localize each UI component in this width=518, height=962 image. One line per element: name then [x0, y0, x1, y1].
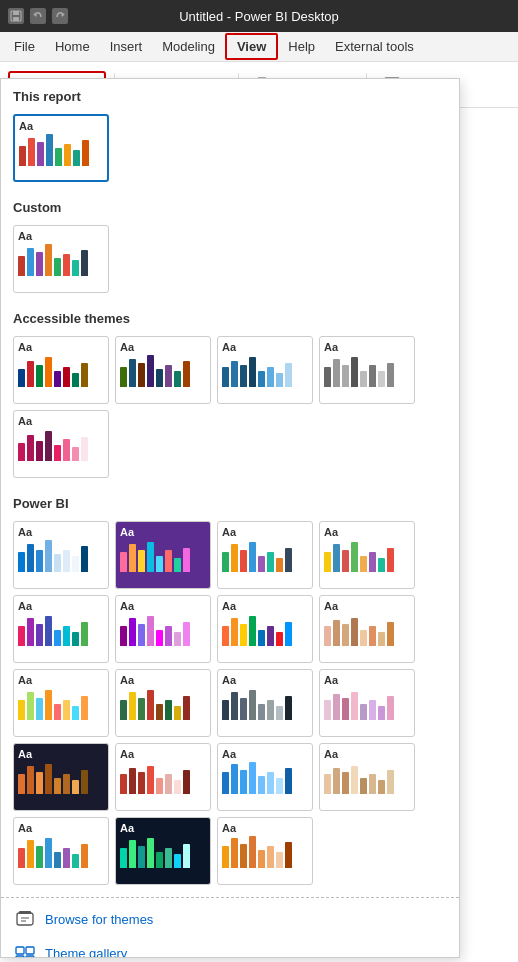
theme-card-acc-3[interactable]: Aa — [217, 336, 313, 404]
menu-external-tools[interactable]: External tools — [325, 35, 424, 58]
this-report-grid: Aa — [1, 110, 459, 190]
gallery-icon — [15, 943, 35, 958]
theme-card-pbi-4[interactable]: Aa — [319, 521, 415, 589]
browse-themes-label: Browse for themes — [45, 912, 153, 927]
theme-card-pbi-19[interactable]: Aa — [217, 817, 313, 885]
section-accessible: Accessible themes — [1, 301, 459, 332]
theme-card-pbi-16[interactable]: Aa — [319, 743, 415, 811]
theme-card-pbi-1[interactable]: Aa — [13, 521, 109, 589]
title-bar: Untitled - Power BI Desktop — [0, 0, 518, 32]
svg-rect-2 — [13, 17, 19, 21]
theme-card-pbi-3[interactable]: Aa — [217, 521, 313, 589]
svg-rect-20 — [16, 956, 24, 958]
svg-rect-14 — [17, 913, 33, 925]
theme-card-pbi-9[interactable]: Aa — [13, 669, 109, 737]
theme-gallery-label: Theme gallery — [45, 946, 127, 959]
svg-rect-21 — [26, 956, 34, 958]
section-this-report: This report — [1, 79, 459, 110]
theme-card-pbi-8[interactable]: Aa — [319, 595, 415, 663]
themes-dropdown: This report Aa Custom Aa — [0, 78, 460, 958]
section-powerbi: Power BI — [1, 486, 459, 517]
theme-card-pbi-15[interactable]: Aa — [217, 743, 313, 811]
theme-card-pbi-17[interactable]: Aa — [13, 817, 109, 885]
undo-icon[interactable] — [30, 8, 46, 24]
theme-card-pbi-18[interactable]: Aa — [115, 817, 211, 885]
theme-card-pbi-6[interactable]: Aa — [115, 595, 211, 663]
theme-card-pbi-11[interactable]: Aa — [217, 669, 313, 737]
custom-grid: Aa — [1, 221, 459, 301]
svg-rect-15 — [19, 911, 31, 914]
menu-modeling[interactable]: Modeling — [152, 35, 225, 58]
theme-card-acc-5[interactable]: Aa — [13, 410, 109, 478]
powerbi-grid: Aa Aa — [1, 517, 459, 893]
theme-card-acc-2[interactable]: Aa — [115, 336, 211, 404]
menu-bar: File Home Insert Modeling View Help Exte… — [0, 32, 518, 62]
theme-card-pbi-13[interactable]: Aa — [13, 743, 109, 811]
menu-help[interactable]: Help — [278, 35, 325, 58]
accessible-grid: Aa Aa — [1, 332, 459, 486]
menu-home[interactable]: Home — [45, 35, 100, 58]
theme-card-this-report-1[interactable]: Aa — [13, 114, 109, 182]
menu-view[interactable]: View — [225, 33, 278, 60]
app-title: Untitled - Power BI Desktop — [179, 9, 339, 24]
menu-insert[interactable]: Insert — [100, 35, 153, 58]
theme-card-custom-1[interactable]: Aa — [13, 225, 109, 293]
theme-card-pbi-5[interactable]: Aa — [13, 595, 109, 663]
browse-themes-item[interactable]: Browse for themes — [1, 902, 459, 936]
theme-card-pbi-12[interactable]: Aa — [319, 669, 415, 737]
panel-divider — [1, 897, 459, 898]
theme-card-pbi-10[interactable]: Aa — [115, 669, 211, 737]
section-custom: Custom — [1, 190, 459, 221]
svg-rect-18 — [16, 947, 24, 954]
save-icon[interactable] — [8, 8, 24, 24]
theme-card-pbi-14[interactable]: Aa — [115, 743, 211, 811]
browse-icon — [15, 909, 35, 929]
svg-rect-1 — [13, 11, 19, 15]
theme-card-acc-4[interactable]: Aa — [319, 336, 415, 404]
theme-card-pbi-7[interactable]: Aa — [217, 595, 313, 663]
redo-icon[interactable] — [52, 8, 68, 24]
theme-card-acc-1[interactable]: Aa — [13, 336, 109, 404]
menu-file[interactable]: File — [4, 35, 45, 58]
theme-gallery-item[interactable]: Theme gallery — [1, 936, 459, 958]
theme-card-pbi-2[interactable]: Aa — [115, 521, 211, 589]
svg-rect-19 — [26, 947, 34, 954]
title-bar-controls — [8, 8, 68, 24]
